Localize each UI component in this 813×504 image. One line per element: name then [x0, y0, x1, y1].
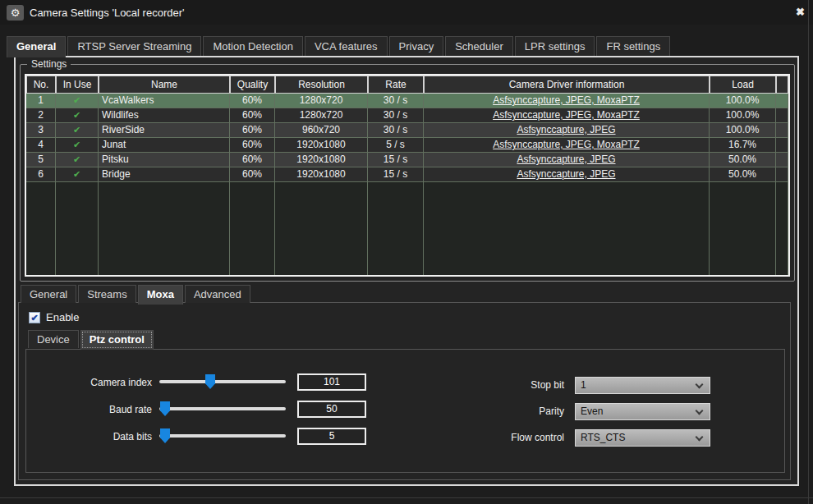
cell-load: 100.0% — [710, 123, 776, 138]
tab-scheduler[interactable]: Scheduler — [445, 36, 513, 56]
window-edge — [0, 497, 813, 498]
cell-resolution: 1280x720 — [275, 94, 368, 108]
table-row[interactable]: 6 ✔ Bridge 60% 1920x1080 15 / s Asfsyncc… — [26, 167, 788, 182]
column-header-name[interactable]: Name — [99, 76, 230, 94]
subtab-general[interactable]: General — [21, 285, 76, 303]
slider-thumb[interactable] — [160, 401, 170, 416]
gear-icon: ⚙ — [7, 5, 24, 21]
enable-checkbox[interactable]: ✔ Enable — [29, 311, 79, 323]
slider-track — [159, 434, 286, 438]
tab-rtsp-server-streaming[interactable]: RTSP Server Streaming — [67, 36, 201, 56]
chevron-down-icon — [696, 433, 704, 442]
cell-rate: 30 / s — [368, 94, 424, 108]
in-use-check-icon: ✔ — [56, 167, 99, 182]
column-header-driver[interactable]: Camera Driver information — [424, 76, 710, 94]
table-row[interactable]: 3 ✔ RiverSide 60% 960x720 30 / s Asfsync… — [26, 123, 788, 138]
cell-name: RiverSide — [99, 123, 230, 138]
enable-checkbox-label: Enable — [46, 311, 79, 323]
driver-link[interactable]: Asfsynccapture, JPEG, MoxaPTZ — [493, 139, 640, 150]
cell-spare — [776, 138, 788, 153]
cell-load: 100.0% — [710, 94, 776, 108]
cell-spare — [776, 108, 788, 123]
parity-dropdown[interactable]: Even — [575, 403, 710, 420]
cell-rate: 30 / s — [368, 123, 424, 138]
cell-spare — [776, 123, 788, 138]
driver-link[interactable]: Asfsynccapture, JPEG — [517, 153, 615, 165]
table-row[interactable]: 4 ✔ Junat 60% 1920x1080 5 / s Asfsynccap… — [26, 138, 788, 153]
cell-name: Bridge — [99, 167, 230, 182]
window-title: Camera Settings 'Local recorder' — [30, 7, 185, 19]
column-header-rate[interactable]: Rate — [368, 76, 424, 94]
column-header-no[interactable]: No. — [26, 76, 56, 94]
subtab-moxa[interactable]: Moxa — [138, 285, 183, 305]
data-bits-value-field[interactable]: 5 — [297, 428, 366, 445]
cell-load: 50.0% — [710, 153, 776, 167]
camera-index-slider[interactable] — [159, 374, 286, 389]
settings-groupbox: Settings No. In Use Name Quality Resolut… — [20, 64, 795, 282]
flow-control-label: Flow control — [400, 432, 564, 443]
table-row[interactable]: 1 ✔ VcaWalkers 60% 1280x720 30 / s Asfsy… — [26, 94, 788, 108]
in-use-check-icon: ✔ — [56, 108, 99, 123]
cell-no: 6 — [26, 167, 56, 182]
cell-no: 3 — [26, 123, 56, 138]
cell-name: Junat — [99, 138, 230, 153]
tab-lpr-settings[interactable]: LPR settings — [515, 36, 595, 56]
chevron-down-icon — [696, 381, 704, 389]
flow-control-dropdown[interactable]: RTS_CTS — [575, 429, 710, 447]
cell-quality: 60% — [230, 108, 275, 123]
slider-track — [159, 407, 286, 410]
table-header-row: No. In Use Name Quality Resolution Rate … — [26, 76, 788, 94]
cell-quality: 60% — [230, 138, 275, 153]
slider-track — [159, 380, 286, 383]
cell-rate: 15 / s — [368, 153, 424, 167]
table-row[interactable]: 5 ✔ Pitsku 60% 1920x1080 15 / s Asfsyncc… — [26, 153, 788, 167]
driver-link[interactable]: Asfsynccapture, JPEG, MoxaPTZ — [493, 109, 640, 121]
tab-general[interactable]: General — [7, 36, 66, 57]
data-bits-slider[interactable] — [159, 428, 286, 443]
column-header-in-use[interactable]: In Use — [56, 76, 99, 94]
tab-motion-detection[interactable]: Motion Detection — [203, 36, 303, 56]
tab-fr-settings[interactable]: FR settings — [596, 36, 670, 56]
close-icon[interactable]: ✖ — [796, 6, 805, 18]
main-tab-bar: General RTSP Server Streaming Motion Det… — [7, 36, 670, 56]
moxa-inner-tab-bar: Device Ptz control — [28, 330, 154, 348]
subtab-advanced[interactable]: Advanced — [185, 285, 250, 303]
cell-load: 16.7% — [710, 138, 776, 153]
camera-index-value-field[interactable]: 101 — [297, 373, 366, 391]
cell-no: 2 — [26, 108, 56, 123]
camera-sub-tab-bar: General Streams Moxa Advanced — [21, 285, 250, 303]
cell-quality: 60% — [230, 123, 275, 138]
baud-rate-value-field[interactable]: 50 — [297, 401, 366, 418]
driver-link[interactable]: Asfsynccapture, JPEG — [517, 124, 615, 135]
column-header-resolution[interactable]: Resolution — [275, 76, 368, 94]
cell-spare — [776, 94, 788, 108]
stop-bit-dropdown[interactable]: 1 — [575, 377, 710, 394]
baud-rate-slider[interactable] — [159, 401, 286, 416]
cell-resolution: 1920x1080 — [275, 167, 368, 182]
column-header-quality[interactable]: Quality — [230, 76, 275, 94]
title-bar: ⚙ Camera Settings 'Local recorder' ✖ — [0, 0, 813, 25]
driver-link[interactable]: Asfsynccapture, JPEG — [517, 168, 615, 180]
chevron-down-icon — [696, 407, 704, 415]
innertab-ptz-control[interactable]: Ptz control — [80, 330, 154, 350]
cell-rate: 15 / s — [368, 167, 424, 182]
window-edge — [808, 0, 809, 504]
slider-thumb[interactable] — [205, 374, 215, 389]
moxa-panel: ✔ Enable Device Ptz control Camera index… — [18, 302, 791, 480]
cell-name: VcaWalkers — [99, 94, 230, 108]
innertab-device[interactable]: Device — [28, 330, 79, 348]
tab-vca-features[interactable]: VCA features — [305, 36, 388, 56]
cell-resolution: 1280x720 — [275, 108, 368, 123]
camera-index-label: Camera index — [26, 377, 152, 388]
slider-thumb[interactable] — [160, 428, 170, 443]
driver-link[interactable]: Asfsynccapture, JPEG, MoxaPTZ — [493, 94, 640, 106]
table-row[interactable]: 2 ✔ Wildlifes 60% 1280x720 30 / s Asfsyn… — [26, 108, 788, 123]
subtab-streams[interactable]: Streams — [78, 285, 136, 303]
in-use-check-icon: ✔ — [56, 138, 99, 153]
flow-control-selected-value: RTS_CTS — [581, 432, 625, 443]
cell-no: 5 — [26, 153, 56, 167]
tab-privacy[interactable]: Privacy — [389, 36, 444, 56]
camera-table: No. In Use Name Quality Resolution Rate … — [25, 74, 790, 277]
table-empty-area — [26, 182, 788, 275]
column-header-load[interactable]: Load — [710, 76, 776, 94]
